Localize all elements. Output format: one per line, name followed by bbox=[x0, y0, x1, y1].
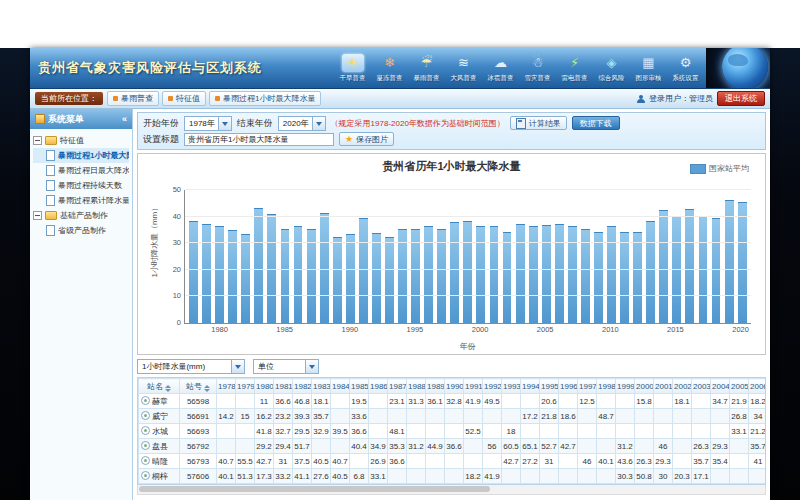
menu-item[interactable]: 暴雨过程累计降水量 bbox=[33, 193, 129, 208]
x-tick-label bbox=[293, 325, 305, 334]
start-year-select[interactable]: 1978年 bbox=[184, 116, 232, 131]
dropdown-arrow-icon bbox=[231, 360, 244, 373]
station-id-cell: 56793 bbox=[180, 454, 217, 469]
module-rainstorm[interactable]: ☔暴雨普查 bbox=[408, 54, 445, 83]
menu-group[interactable]: 特征值 bbox=[33, 133, 129, 148]
value-cell: 41.9 bbox=[464, 394, 483, 409]
module-snow[interactable]: ☃雪灾普查 bbox=[519, 54, 556, 83]
value-cell: 35.7 bbox=[312, 409, 331, 424]
page-icon bbox=[46, 150, 55, 161]
download-data-button[interactable]: 数据下载 bbox=[572, 116, 620, 130]
station-name-cell[interactable]: 赫章 bbox=[139, 394, 180, 409]
column-header-year: 1999 bbox=[616, 379, 635, 394]
chart-legend[interactable]: 国家站平均 bbox=[690, 163, 749, 174]
menu-item[interactable]: 暴雨过程1小时最大降水量 bbox=[33, 148, 129, 163]
value-cell bbox=[502, 409, 521, 424]
collapse-sidebar-icon[interactable]: « bbox=[122, 109, 127, 129]
bar bbox=[607, 226, 616, 323]
column-header-year: 1981 bbox=[274, 379, 293, 394]
station-name: 威宁 bbox=[152, 412, 168, 421]
value-cell: 43.6 bbox=[616, 454, 635, 469]
value-cell: 18.2 bbox=[749, 394, 767, 409]
end-year-select[interactable]: 2020年 bbox=[278, 116, 326, 131]
bar-cell bbox=[318, 190, 331, 323]
column-header-id[interactable]: 站号 bbox=[180, 379, 217, 394]
radio-icon[interactable] bbox=[141, 471, 150, 480]
menu-group[interactable]: 基础产品制作 bbox=[33, 208, 129, 223]
module-icon-box: ❄ bbox=[379, 54, 401, 72]
page-icon bbox=[46, 225, 55, 236]
x-tick-label bbox=[358, 325, 370, 334]
value-cell bbox=[616, 409, 635, 424]
menu-item[interactable]: 暴雨过程日最大降水量 bbox=[33, 163, 129, 178]
module-lightning[interactable]: ⚡雷电普查 bbox=[556, 54, 593, 83]
bar bbox=[241, 234, 250, 323]
y-axis-label: 1小时降水量（mm） bbox=[149, 218, 160, 278]
sort-icon bbox=[204, 385, 210, 392]
column-header-name[interactable]: 站名 bbox=[139, 379, 180, 394]
metric-select[interactable]: 1小时降水量(mm) bbox=[137, 359, 245, 374]
station-id-cell: 56691 bbox=[180, 409, 217, 424]
calculate-button[interactable]: 计算结果 bbox=[510, 116, 567, 130]
value-cell bbox=[445, 409, 464, 424]
metric-select-value: 1小时降水量(mm) bbox=[142, 362, 205, 371]
unit-select[interactable]: 单位 bbox=[253, 359, 319, 374]
bar bbox=[346, 234, 355, 323]
station-id-cell: 56598 bbox=[180, 394, 217, 409]
value-cell: 35.4 bbox=[711, 454, 730, 469]
value-cell: 18 bbox=[502, 424, 521, 439]
breadcrumb-item-0[interactable]: 暴雨普查 bbox=[107, 91, 159, 106]
bar-cell bbox=[422, 190, 435, 323]
unit-select-value: 单位 bbox=[258, 362, 274, 371]
breadcrumb-item-1[interactable]: 特征值 bbox=[162, 91, 206, 106]
horizontal-scrollbar[interactable] bbox=[137, 485, 766, 495]
module-icon-box: ☃ bbox=[527, 54, 549, 72]
x-tick-label bbox=[566, 325, 578, 334]
station-name-cell[interactable]: 桐梓 bbox=[139, 469, 180, 484]
value-cell: 65.1 bbox=[521, 439, 540, 454]
value-cell: 32.7 bbox=[274, 424, 293, 439]
column-header-year: 1990 bbox=[445, 379, 464, 394]
save-image-button[interactable]: ★ 保存图片 bbox=[339, 132, 394, 146]
radio-icon[interactable] bbox=[141, 441, 150, 450]
value-cell bbox=[616, 424, 635, 439]
radio-icon[interactable] bbox=[141, 396, 150, 405]
breadcrumb-item-2[interactable]: 暴雨过程1小时最大降水量 bbox=[209, 91, 321, 106]
module-hail[interactable]: ☁冰雹普查 bbox=[482, 54, 519, 83]
bar bbox=[503, 232, 512, 323]
module-settings[interactable]: ⚙系统设置 bbox=[667, 54, 704, 83]
module-drought[interactable]: ☀干旱普查 bbox=[334, 54, 371, 83]
scrollbar-thumb[interactable] bbox=[139, 486, 490, 492]
module-risk[interactable]: ◈综合风险 bbox=[593, 54, 630, 83]
user-area: 登录用户：管理员 退出系统 bbox=[637, 91, 765, 106]
radio-icon[interactable] bbox=[141, 456, 150, 465]
module-icon-box: ≋ bbox=[453, 54, 475, 72]
value-cell: 52.7 bbox=[540, 439, 559, 454]
x-tick-label: 1995 bbox=[407, 325, 424, 334]
menu-item[interactable]: 暴雨过程持续天数 bbox=[33, 178, 129, 193]
module-freeze[interactable]: ❄凝冻普查 bbox=[371, 54, 408, 83]
station-name-cell[interactable]: 盘县 bbox=[139, 439, 180, 454]
x-tick-label bbox=[708, 325, 720, 334]
module-wind[interactable]: ≋大风普查 bbox=[445, 54, 482, 83]
module-review[interactable]: ▦图形审核 bbox=[630, 54, 667, 83]
chart-title-input[interactable] bbox=[184, 133, 334, 146]
radio-icon[interactable] bbox=[141, 411, 150, 420]
station-name-cell[interactable]: 水城 bbox=[139, 424, 180, 439]
station-name-cell[interactable]: 晴隆 bbox=[139, 454, 180, 469]
value-cell bbox=[559, 454, 578, 469]
value-cell bbox=[540, 469, 559, 484]
radio-icon[interactable] bbox=[141, 426, 150, 435]
expand-icon[interactable] bbox=[33, 136, 42, 145]
x-tick-label: 2020 bbox=[732, 325, 749, 334]
dropdown-arrow-icon bbox=[312, 117, 325, 130]
menu-item[interactable]: 省级产品制作 bbox=[33, 223, 129, 238]
breadcrumb-item-label: 暴雨普查 bbox=[121, 93, 153, 104]
station-name-cell[interactable]: 威宁 bbox=[139, 409, 180, 424]
bar-cell bbox=[292, 190, 305, 323]
y-tick-label: 20 bbox=[173, 265, 181, 274]
expand-icon[interactable] bbox=[33, 211, 42, 220]
value-cell: 33.1 bbox=[730, 424, 749, 439]
value-cell: 60.5 bbox=[502, 439, 521, 454]
logout-button[interactable]: 退出系统 bbox=[717, 91, 765, 106]
